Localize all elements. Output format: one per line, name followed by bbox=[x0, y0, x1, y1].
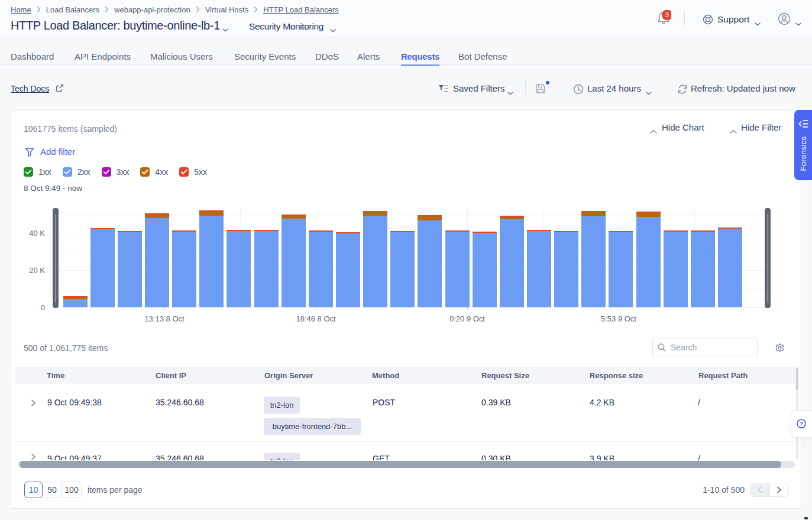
svg-text:3: 3 bbox=[665, 11, 669, 18]
svg-text:?: ? bbox=[800, 420, 803, 427]
